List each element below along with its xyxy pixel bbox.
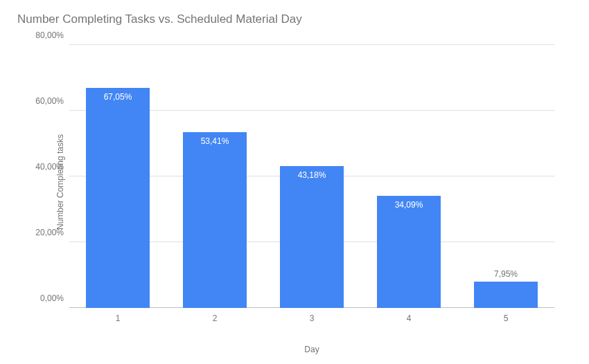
bar-slot: 7,95% 5	[457, 45, 554, 308]
x-axis-label: Day	[304, 345, 319, 354]
bar-day-2: 53,41%	[183, 132, 247, 308]
bar-day-5: 7,95%	[474, 282, 538, 308]
bar-day-1: 67,05%	[86, 88, 150, 308]
x-tick-label: 5	[504, 313, 509, 323]
x-tick-label: 2	[213, 313, 218, 323]
bar-slot: 43,18% 3	[263, 45, 360, 308]
bar-value-label: 53,41%	[201, 136, 229, 146]
x-tick-label: 4	[407, 313, 412, 323]
bar-day-3: 43,18%	[280, 166, 344, 308]
bar-day-4: 34,09%	[377, 196, 441, 308]
plot-area: 0,00% 20,00% 40,00% 60,00% 80,00% 67,05%…	[69, 45, 554, 308]
chart-title: Number Completing Tasks vs. Scheduled Ma…	[17, 12, 302, 26]
bar-value-label: 7,95%	[494, 269, 518, 279]
y-tick-label: 80,00%	[35, 30, 64, 40]
x-tick-label: 1	[116, 313, 121, 323]
y-tick-label: 0,00%	[40, 293, 64, 303]
bar-value-label: 43,18%	[298, 170, 326, 180]
bars-group: 67,05% 1 53,41% 2 43,18% 3 34,09%	[69, 45, 554, 308]
y-tick-label: 60,00%	[35, 96, 64, 106]
y-tick-label: 40,00%	[35, 162, 64, 172]
bar-slot: 67,05% 1	[69, 45, 166, 308]
y-axis-label: Number Completing tasks	[55, 134, 65, 230]
bar-slot: 53,41% 2	[166, 45, 263, 308]
y-tick-label: 20,00%	[35, 228, 64, 237]
bar-value-label: 34,09%	[395, 200, 423, 210]
bar-value-label: 67,05%	[104, 92, 132, 102]
x-tick-label: 3	[310, 313, 315, 323]
bar-slot: 34,09% 4	[360, 45, 457, 308]
bar-chart: Number Completing Tasks vs. Scheduled Ma…	[0, 0, 589, 364]
